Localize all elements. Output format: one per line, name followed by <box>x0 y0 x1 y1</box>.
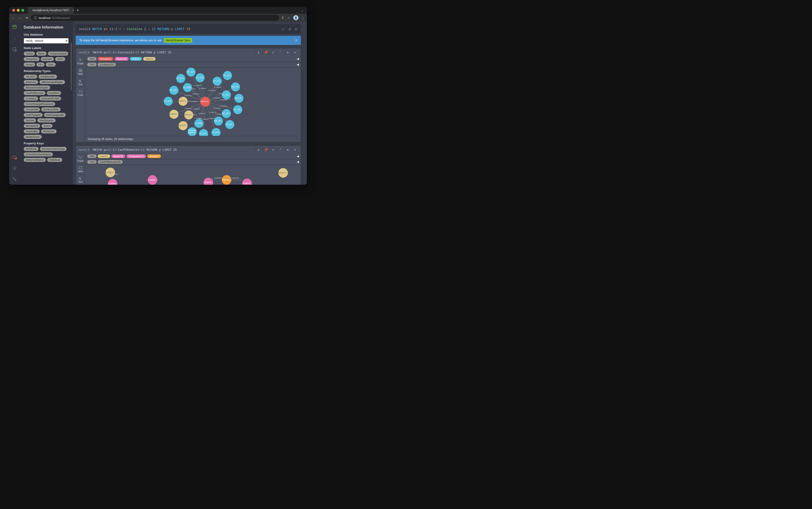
relationship-type-pill[interactable]: GenericWrite <box>41 107 61 111</box>
relationship-type-pill[interactable]: AllExtendedRights <box>39 80 65 84</box>
property-key-pill[interactable]: ADSPath <box>24 147 38 151</box>
forward-button[interactable]: → <box>18 16 22 20</box>
graph-node[interactable]: SC_CO... <box>199 129 208 136</box>
relationship-type-pill[interactable]: Owns <box>41 124 52 128</box>
graph-node[interactable]: AL_USE... <box>195 119 204 128</box>
graph-node[interactable]: AZ_USE... <box>183 83 192 92</box>
graph-node[interactable]: ADMINI... <box>169 110 178 119</box>
graph-node[interactable]: CA_CO... <box>196 73 205 82</box>
graph-node[interactable]: CT_US... <box>233 105 242 114</box>
browser-tab[interactable]: neo4j@neo4j://localhost:7687/ × <box>28 7 73 14</box>
legend-pill[interactable]: *(20) <box>87 160 97 164</box>
relationship-type-pill[interactable]: Contains <box>24 97 38 101</box>
legend-pill[interactable]: *(52) <box>87 57 97 61</box>
relationship-type-pill[interactable]: GetChanges <box>24 113 43 117</box>
legend-pill[interactable]: Domain(1) <box>98 57 113 61</box>
relationship-type-pill[interactable]: AllowedToDelegate <box>24 86 50 90</box>
relationship-type-pill[interactable]: CanPSRemote <box>24 91 45 95</box>
graph-node[interactable]: CO_CO... <box>212 128 221 136</box>
relationship-type-pill[interactable]: ExecuteDCOM <box>39 97 61 101</box>
graph-node[interactable]: ND_US... <box>231 82 240 92</box>
graph-node[interactable]: COMP0... <box>242 178 252 185</box>
database-select[interactable]: neo4j - default <box>24 38 69 43</box>
legend-pill[interactable]: Group(7) <box>147 155 161 158</box>
legend-pill[interactable]: *(25) <box>87 63 97 66</box>
graph-node[interactable]: CA_US... <box>164 97 173 106</box>
node-label-pill[interactable]: Compromised <box>48 52 68 56</box>
graph-node[interactable]: COMP0... <box>204 178 213 185</box>
relationship-type-pill[interactable]: GetChangesAll <box>44 113 66 117</box>
graph-node[interactable]: DEFAUL... <box>184 110 193 120</box>
graph-node[interactable]: DKINCY... <box>278 168 288 178</box>
frame-rerun-icon[interactable]: ↻ <box>285 147 291 152</box>
share-icon[interactable]: ⇪ <box>281 16 284 20</box>
relationship-type-pill[interactable]: GenericAll <box>24 107 40 111</box>
cypher-editor[interactable]: neo4j$ MATCH p= ()-[ r : Contains ] → ()… <box>76 24 301 34</box>
legend-collapse-icon[interactable]: ◀ <box>297 160 299 164</box>
node-label-pill[interactable]: GPO <box>55 57 65 61</box>
property-key-pill[interactable]: DNSRoot <box>47 158 63 162</box>
graph-node[interactable]: AL_CO... <box>222 90 231 99</box>
legend-pill[interactable]: User(7) <box>98 155 110 158</box>
tab-graph[interactable]: Graph <box>76 154 85 164</box>
minimize-window-icon[interactable] <box>17 9 20 12</box>
graph-node[interactable]: AR_US... <box>214 116 223 126</box>
legend-pill[interactable]: CanPSRemote(20) <box>98 160 122 164</box>
documents-icon[interactable] <box>12 46 17 52</box>
frame-close-icon[interactable]: ✕ <box>292 147 298 152</box>
node-label-pill[interactable]: Computer <box>24 57 39 61</box>
legend-collapse-icon[interactable]: ◀ <box>297 63 299 66</box>
tab-graph[interactable]: Graph <box>76 56 85 67</box>
graph-canvas[interactable]: ContainsContainsContainsContainsContains… <box>85 68 301 136</box>
graph-node[interactable]: AZ_CO... <box>234 94 243 103</box>
graph-node[interactable]: AK_CO... <box>176 74 185 83</box>
frame-expand-icon[interactable]: ⤢ <box>270 50 276 55</box>
banner-close-button[interactable]: X <box>295 38 297 42</box>
legend-pill[interactable]: Base(33) <box>111 155 126 158</box>
tab-text[interactable]: A Text <box>76 174 85 185</box>
relationship-type-pill[interactable]: CanRDP <box>47 91 61 95</box>
relationship-type-pill[interactable]: WriteDacl <box>41 129 57 133</box>
graph-node[interactable]: DOMAIN CONTR... <box>188 127 197 136</box>
kebab-menu-icon[interactable]: ⋮ <box>302 16 305 20</box>
node-label-pill[interactable]: Domain <box>41 57 54 61</box>
editor-erase-icon[interactable]: ◇ <box>289 27 291 31</box>
node-label-pill[interactable]: Base <box>36 52 46 56</box>
tabs-overflow-icon[interactable]: ⌄ <box>301 9 304 12</box>
frame-collapse-icon[interactable]: ˄ <box>277 50 283 55</box>
graph-canvas[interactable]: CFRIEZ...COMP0...COMP0...COMP0...IT00088… <box>85 165 301 185</box>
frame-expand-icon[interactable]: ⤢ <box>270 147 276 152</box>
favorites-icon[interactable]: ☆ <box>12 36 17 41</box>
reload-button[interactable]: ⟳ <box>25 16 29 20</box>
frame-download-icon[interactable]: ⤓ <box>255 147 261 152</box>
legend-pill[interactable]: *(66) <box>87 155 97 158</box>
graph-node[interactable]: GUEST... <box>178 121 188 130</box>
graph-node[interactable]: NC_CO... <box>186 68 196 77</box>
relationship-type-pill[interactable]: AdminTo <box>24 80 38 84</box>
settings-icon[interactable] <box>12 166 17 171</box>
frame-pin-icon[interactable]: 📌 <box>263 147 269 152</box>
relationship-type-pill[interactable]: *(4,202) <box>24 75 37 79</box>
graph-node[interactable]: SC_US... <box>169 86 178 95</box>
legend-collapse-icon[interactable]: ◀ <box>297 57 299 61</box>
bookmark-icon[interactable]: ☆ <box>287 16 290 20</box>
graph-node[interactable]: IT00088... <box>222 175 232 185</box>
frame-pin-icon[interactable]: 📌 <box>263 50 269 55</box>
relationship-type-pill[interactable]: WriteOwner <box>24 135 42 139</box>
close-tab-icon[interactable]: × <box>72 9 74 12</box>
legend-collapse-icon[interactable]: ◀ <box>297 155 299 158</box>
property-key-pill[interactable]: AccessControlType <box>40 147 67 151</box>
graph-node[interactable]: NC_US... <box>222 109 231 118</box>
database-icon[interactable] <box>12 25 17 30</box>
legend-pill[interactable]: Contains(25) <box>98 63 116 66</box>
graph-node-center[interactable]: TESTLA... <box>200 97 210 107</box>
node-label-pill[interactable]: User <box>46 63 56 67</box>
graph-node[interactable]: COMP0... <box>148 175 157 185</box>
relationship-type-pill[interactable]: GpLink <box>24 118 36 123</box>
about-icon[interactable] <box>12 176 17 182</box>
editor-play-icon[interactable]: ▷ <box>295 27 298 31</box>
tab-table[interactable]: Table <box>76 67 85 77</box>
node-label-pill[interactable]: OU <box>36 63 44 67</box>
profile-avatar[interactable]: 👤 <box>293 15 298 20</box>
tab-code[interactable]: Code <box>76 88 85 98</box>
